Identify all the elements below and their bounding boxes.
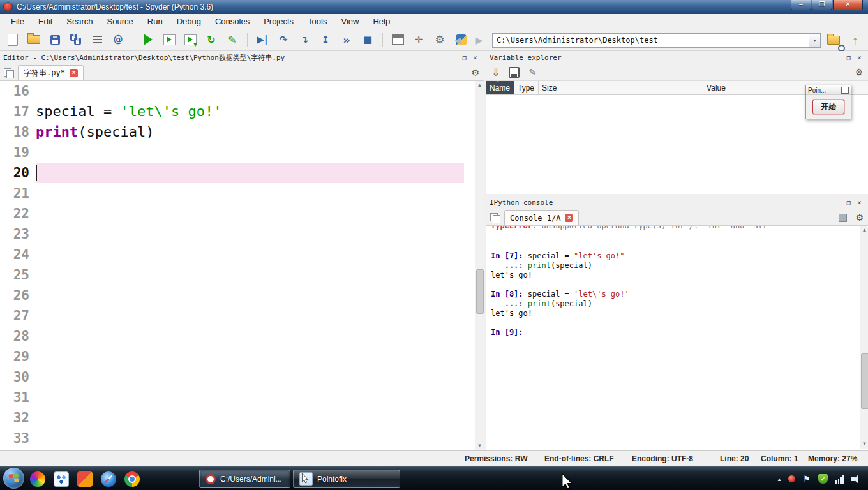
parent-directory-button[interactable]: ↑ xyxy=(846,31,864,49)
menu-view[interactable]: View xyxy=(334,15,366,28)
console-prompt-line[interactable]: In [9]: xyxy=(491,328,523,338)
undock-pane-button[interactable]: ❐ xyxy=(459,54,470,62)
debug-step-button[interactable]: ↷ xyxy=(274,31,292,48)
line-number[interactable]: 25 xyxy=(0,265,36,285)
editor-line[interactable]: 23 xyxy=(0,224,475,244)
run-cell-advance-button[interactable]: ▼ xyxy=(181,31,199,48)
close-button[interactable]: ✕ xyxy=(833,0,863,10)
network-icon[interactable] xyxy=(835,475,844,484)
preferences-button[interactable]: ⚙ xyxy=(431,31,449,48)
scroll-down-arrow[interactable]: ▼ xyxy=(860,440,868,449)
pinned-app-1-icon[interactable] xyxy=(30,471,45,487)
menu-help[interactable]: Help xyxy=(366,15,397,28)
editor-current-line[interactable]: 20 xyxy=(0,163,475,183)
menu-search[interactable]: Search xyxy=(59,15,100,28)
volume-icon[interactable] xyxy=(851,475,862,484)
tab-close-button[interactable]: × xyxy=(70,69,78,77)
editor-line[interactable]: 16 xyxy=(0,81,475,101)
run-cell-button[interactable] xyxy=(160,31,178,48)
menu-edit[interactable]: Edit xyxy=(31,15,59,28)
minimize-button[interactable]: – xyxy=(791,0,811,10)
browse-directory-button[interactable] xyxy=(825,31,842,49)
variable-table-body[interactable] xyxy=(486,112,868,194)
pointofix-start-button[interactable]: 开始 xyxy=(812,100,844,114)
menu-file[interactable]: File xyxy=(4,15,31,28)
line-number[interactable]: 19 xyxy=(0,142,36,163)
editor-line[interactable]: 33 xyxy=(0,428,475,449)
line-number[interactable]: 17 xyxy=(0,101,36,122)
editor-line[interactable]: 31 xyxy=(0,387,475,408)
browse-tabs-button[interactable] xyxy=(4,68,14,78)
menu-tools[interactable]: Tools xyxy=(301,15,334,28)
tray-pointofix-icon[interactable] xyxy=(788,475,795,482)
new-file-button[interactable] xyxy=(4,31,22,48)
undock-pane-button[interactable]: ❐ xyxy=(843,198,854,207)
pinned-safari-icon[interactable] xyxy=(101,471,116,487)
debug-file-button[interactable]: ▶| xyxy=(253,31,271,48)
combo-dropdown-button[interactable]: ▼ xyxy=(809,34,820,47)
debug-step-into-button[interactable]: ↴ xyxy=(296,31,313,48)
line-number[interactable]: 20 xyxy=(0,163,36,183)
rerun-cell-button[interactable]: ↻ xyxy=(202,31,220,48)
editor-line[interactable]: 21 xyxy=(0,183,475,204)
menu-run[interactable]: Run xyxy=(140,15,170,28)
debug-step-out-button[interactable]: ↥ xyxy=(317,31,334,48)
line-number[interactable]: 33 xyxy=(0,428,36,449)
variable-explorer-options-button[interactable]: ⚙ xyxy=(855,68,863,77)
forward-button[interactable]: ▶ xyxy=(470,31,488,49)
file-switcher-button[interactable] xyxy=(88,31,106,48)
security-shield-icon[interactable]: ✓ xyxy=(818,474,828,484)
editor-options-button[interactable]: ⚙ xyxy=(471,68,479,77)
menu-consoles[interactable]: Consoles xyxy=(208,15,257,28)
line-number[interactable]: 27 xyxy=(0,306,36,326)
menu-debug[interactable]: Debug xyxy=(170,15,208,28)
scrollbar-thumb[interactable] xyxy=(476,269,484,314)
taskbar-button-spyder[interactable]: C:/Users/Admini... xyxy=(199,470,290,488)
action-center-flag-icon[interactable]: ⚑ xyxy=(803,474,811,484)
back-button[interactable]: ◀ xyxy=(449,31,467,49)
scroll-up-arrow[interactable]: ▲ xyxy=(475,81,484,90)
hidden-icons-button[interactable]: ▴ xyxy=(778,476,781,482)
scroll-up-arrow[interactable]: ▲ xyxy=(860,226,868,235)
editor-line[interactable]: 30 xyxy=(0,367,475,387)
console-output-area[interactable]: TypeError: unsupported operand type(s) f… xyxy=(486,226,860,449)
pinned-chrome-icon[interactable] xyxy=(124,471,140,487)
editor-line[interactable]: 29 xyxy=(0,346,475,367)
import-data-button[interactable]: ⇓ xyxy=(491,66,500,78)
save-all-button[interactable] xyxy=(67,31,85,48)
save-file-button[interactable] xyxy=(46,31,64,48)
column-header-size[interactable]: Size xyxy=(539,81,564,94)
tab-close-button[interactable]: × xyxy=(565,214,573,222)
console-scrollbar[interactable]: ▲ ▼ xyxy=(860,226,868,449)
save-data-button[interactable] xyxy=(509,67,520,78)
line-number[interactable]: 26 xyxy=(0,285,36,306)
close-pane-button[interactable]: × xyxy=(854,198,865,207)
interrupt-kernel-button[interactable] xyxy=(839,214,847,222)
editor-line[interactable]: 18print(special) xyxy=(0,122,475,142)
editor-line[interactable]: 26 xyxy=(0,285,475,306)
run-selection-button[interactable]: ✎ xyxy=(223,31,241,48)
line-number[interactable]: 28 xyxy=(0,326,36,346)
scrollbar-thumb[interactable] xyxy=(861,353,868,409)
editor-scrollbar[interactable]: ▲ ▼ xyxy=(475,81,484,450)
console-options-button[interactable]: ⚙ xyxy=(855,213,864,222)
editor-line[interactable]: 25 xyxy=(0,265,475,285)
line-number[interactable]: 30 xyxy=(0,367,36,387)
open-file-button[interactable] xyxy=(25,31,43,48)
editor-line[interactable]: 24 xyxy=(0,244,475,265)
editor-line[interactable]: 22 xyxy=(0,204,475,224)
editor-line[interactable]: 19 xyxy=(0,142,475,163)
maximize-button[interactable]: ❐ xyxy=(812,0,832,10)
line-number[interactable]: 22 xyxy=(0,204,36,224)
code-editor[interactable]: 16 17special = 'let\'s go!' 18print(spec… xyxy=(0,81,475,450)
close-pane-button[interactable]: × xyxy=(854,54,865,62)
close-pane-button[interactable]: × xyxy=(470,54,481,62)
editor-line[interactable]: 27 xyxy=(0,306,475,326)
menu-projects[interactable]: Projects xyxy=(257,15,301,28)
line-number[interactable]: 32 xyxy=(0,408,36,428)
working-directory-combo[interactable]: C:\Users\Administrator\Desktop\test ▼ xyxy=(492,33,821,48)
pinned-app-3-icon[interactable] xyxy=(77,471,93,487)
editor-tab[interactable]: 字符串.py* × xyxy=(18,65,84,80)
scroll-down-arrow[interactable]: ▼ xyxy=(475,442,484,450)
pointofix-titlebar[interactable]: Poin... xyxy=(806,85,851,95)
